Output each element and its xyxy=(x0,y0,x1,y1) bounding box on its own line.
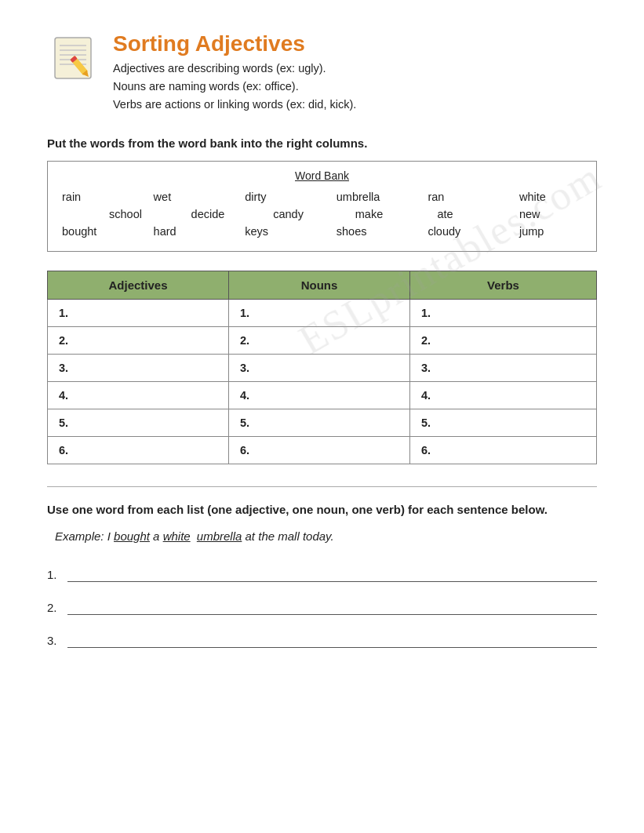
table-row: 4. 4. 4. xyxy=(48,381,597,409)
word-bank-row-2: school decide candy make ate new xyxy=(62,206,582,223)
verb-cell-2: 2. xyxy=(410,326,597,354)
wb-word-18: jump xyxy=(519,225,582,238)
table-row: 2. 2. 2. xyxy=(48,326,597,354)
notebook-icon xyxy=(47,31,100,85)
adj-cell-2: 2. xyxy=(48,326,229,354)
example-word-white: white xyxy=(163,529,191,543)
table-row: 6. 6. 6. xyxy=(48,436,597,464)
wb-word-3: dirty xyxy=(245,191,307,203)
section-divider xyxy=(47,486,597,487)
word-bank-row-1: rain wet dirty umbrella ran white xyxy=(62,188,582,206)
noun-cell-3: 3. xyxy=(229,354,410,381)
wb-word-4: umbrella xyxy=(337,191,399,203)
header: Sorting Adjectives Adjectives are descri… xyxy=(47,31,597,115)
col-header-nouns: Nouns xyxy=(229,271,410,299)
wb-word-5: ran xyxy=(428,191,490,203)
adj-cell-1: 1. xyxy=(48,299,229,326)
table-row: 1. 1. 1. xyxy=(48,299,597,326)
wb-word-15: keys xyxy=(245,225,307,238)
example-sentence: Example: I bought a white umbrella at th… xyxy=(47,529,597,543)
word-bank-title: Word Bank xyxy=(62,169,582,182)
wb-word-9: candy xyxy=(273,208,336,220)
table-row: 5. 5. 5. xyxy=(48,409,597,436)
adj-cell-3: 3. xyxy=(48,354,229,381)
wb-word-17: cloudy xyxy=(428,225,490,238)
wb-word-16: shoes xyxy=(337,225,399,238)
wb-word-1: rain xyxy=(62,191,125,203)
noun-cell-5: 5. xyxy=(229,409,410,436)
adj-cell-4: 4. xyxy=(48,381,229,409)
fill-line-blank-1 xyxy=(67,566,597,582)
verb-cell-4: 4. xyxy=(410,381,597,409)
col-header-adjectives: Adjectives xyxy=(48,271,229,299)
header-text: Sorting Adjectives Adjectives are descri… xyxy=(113,31,356,115)
example-word-umbrella: umbrella xyxy=(197,529,242,543)
sort-table: Adjectives Nouns Verbs 1. 1. 1. 2. 2. 2.… xyxy=(47,271,597,464)
example-text-1: I xyxy=(107,529,114,543)
fill-line-1: 1. xyxy=(47,566,597,582)
wb-word-13: bought xyxy=(62,225,125,238)
wb-word-2: wet xyxy=(154,191,216,203)
header-line-3: Verbs are actions or linking words (ex: … xyxy=(113,96,356,114)
wb-word-11: ate xyxy=(437,208,500,220)
verb-cell-3: 3. xyxy=(410,354,597,381)
fill-num-1: 1. xyxy=(47,568,61,581)
table-row: 3. 3. 3. xyxy=(48,354,597,381)
wb-word-14: hard xyxy=(154,225,216,238)
word-bank-row-3: bought hard keys shoes cloudy jump xyxy=(62,223,582,240)
verb-cell-1: 1. xyxy=(410,299,597,326)
word-bank: Word Bank rain wet dirty umbrella ran wh… xyxy=(47,161,597,252)
noun-cell-4: 4. xyxy=(229,381,410,409)
fill-num-2: 2. xyxy=(47,601,61,614)
instruction-1: Put the words from the word bank into th… xyxy=(47,136,597,150)
noun-cell-6: 6. xyxy=(229,436,410,464)
fill-line-3: 3. xyxy=(47,632,597,648)
fill-line-2: 2. xyxy=(47,599,597,615)
wb-word-6: white xyxy=(519,191,582,203)
verb-cell-5: 5. xyxy=(410,409,597,436)
wb-word-7: school xyxy=(109,208,172,220)
instruction-2: Use one word from each list (one adjecti… xyxy=(47,501,597,519)
page-title: Sorting Adjectives xyxy=(113,31,356,56)
header-line-2: Nouns are naming words (ex: office). xyxy=(113,78,356,96)
wb-word-10: make xyxy=(355,208,418,220)
verb-cell-6: 6. xyxy=(410,436,597,464)
noun-cell-2: 2. xyxy=(229,326,410,354)
example-label: Example: xyxy=(55,529,104,543)
fill-line-blank-2 xyxy=(67,599,597,615)
adj-cell-6: 6. xyxy=(48,436,229,464)
example-suffix: at the mall today. xyxy=(246,529,334,543)
fill-num-3: 3. xyxy=(47,634,61,647)
col-header-verbs: Verbs xyxy=(410,271,597,299)
wb-word-12: new xyxy=(519,208,582,220)
example-word-bought: bought xyxy=(114,529,150,543)
example-text-2: a xyxy=(153,529,163,543)
fill-line-blank-3 xyxy=(67,632,597,648)
header-line-1: Adjectives are describing words (ex: ugl… xyxy=(113,60,356,78)
wb-word-8: decide xyxy=(191,208,254,220)
noun-cell-1: 1. xyxy=(229,299,410,326)
adj-cell-5: 5. xyxy=(48,409,229,436)
